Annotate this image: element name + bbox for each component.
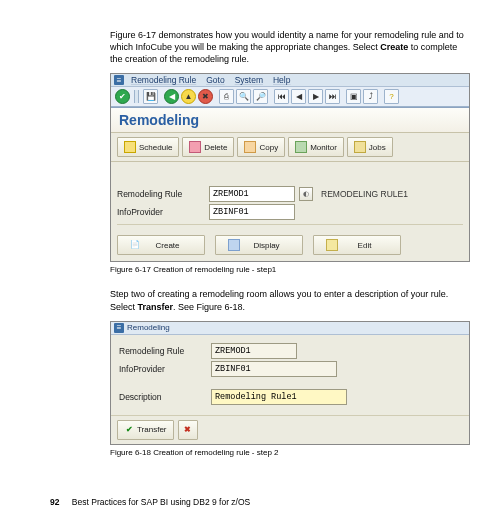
jobs-icon — [354, 141, 366, 153]
toolbar-group-1: 💾 — [143, 89, 158, 104]
menu-help[interactable]: Help — [273, 75, 290, 85]
calendar-icon — [124, 141, 136, 153]
prev-page-icon[interactable]: ◀ — [291, 89, 306, 104]
row2-remodeling-rule: Remodeling Rule ZREMOD1 — [119, 343, 461, 359]
jobs-label: Jobs — [369, 143, 386, 152]
input2-remodeling-rule: ZREMOD1 — [211, 343, 297, 359]
para1-bold: Create — [380, 42, 408, 52]
heading-text: Remodeling — [119, 112, 199, 128]
sap-menubar: Remodeling Rule Goto System Help — [127, 75, 290, 85]
figure-6-18-caption: Figure 6-18 Creation of remodeling rule … — [110, 448, 470, 457]
delete-label: Delete — [204, 143, 227, 152]
create-button[interactable]: 📄Create — [117, 235, 205, 255]
sap-form-body-1: Remodeling Rule ZREMOD1 ◐ REMODELING RUL… — [111, 162, 469, 261]
toolbar-group-4: ⏮ ◀ ▶ ⏭ — [274, 89, 340, 104]
copy-label: Copy — [259, 143, 278, 152]
sap-toolbar: ✔ 💾 ◀ ▲ ✖ ⎙ 🔍 🔎 ⏮ — [111, 87, 469, 107]
rule-trail-text: REMODELING RULE1 — [321, 189, 408, 199]
glasses-icon — [228, 239, 240, 251]
toolbar-group-5: ▣ ⤴ — [346, 89, 378, 104]
display-button[interactable]: Display — [215, 235, 303, 255]
toolbar-group-2: ◀ ▲ ✖ — [164, 89, 213, 104]
transfer-button-row: ✔Transfer ✖ — [111, 415, 469, 444]
copy-button[interactable]: Copy — [237, 137, 285, 157]
row2-infoprovider: InfoProvider ZBINF01 — [119, 361, 461, 377]
monitor-icon — [295, 141, 307, 153]
pencil-icon — [326, 239, 338, 251]
back-icon[interactable]: ◀ — [164, 89, 179, 104]
page-footer: 92 Best Practices for SAP BI using DB2 9… — [50, 497, 470, 507]
toolbar-sep — [134, 90, 139, 103]
transfer-button[interactable]: ✔Transfer — [117, 420, 174, 440]
dialog-title: Remodeling — [127, 323, 170, 332]
form-divider — [117, 224, 463, 225]
input-infoprovider[interactable]: ZBINF01 — [209, 204, 295, 220]
row-infoprovider: InfoProvider ZBINF01 — [117, 204, 463, 220]
save-icon[interactable]: 💾 — [143, 89, 158, 104]
row-remodeling-rule: Remodeling Rule ZREMOD1 ◐ REMODELING RUL… — [117, 186, 463, 202]
copy-icon — [244, 141, 256, 153]
last-page-icon[interactable]: ⏭ — [325, 89, 340, 104]
monitor-label: Monitor — [310, 143, 337, 152]
transfer-label: Transfer — [137, 425, 167, 434]
figure-6-17-caption: Figure 6-17 Creation of remodeling rule … — [110, 265, 470, 274]
first-page-icon[interactable]: ⏮ — [274, 89, 289, 104]
schedule-label: Schedule — [139, 143, 172, 152]
label2-infoprovider: InfoProvider — [119, 364, 207, 374]
new-session-icon[interactable]: ▣ — [346, 89, 361, 104]
shortcut-icon[interactable]: ⤴ — [363, 89, 378, 104]
toolbar-group-3: ⎙ 🔍 🔎 — [219, 89, 268, 104]
display-label: Display — [253, 241, 279, 250]
menu-remodeling-rule[interactable]: Remodeling Rule — [131, 75, 196, 85]
check-icon: ✔ — [124, 425, 134, 435]
cancel-button[interactable]: ✖ — [178, 420, 198, 440]
para2-bold: Transfer — [138, 302, 174, 312]
print-icon[interactable]: ⎙ — [219, 89, 234, 104]
edit-label: Edit — [358, 241, 372, 250]
schedule-button[interactable]: Schedule — [117, 137, 179, 157]
para2-post: . See Figure 6-18. — [173, 302, 245, 312]
label-infoprovider: InfoProvider — [117, 207, 205, 217]
figure-6-17: ≡ Remodeling Rule Goto System Help ✔ 💾 ◀… — [110, 73, 470, 262]
label2-description: Description — [119, 392, 207, 402]
input2-infoprovider: ZBINF01 — [211, 361, 337, 377]
cancel-icon[interactable]: ✖ — [198, 89, 213, 104]
paragraph-intro-1: Figure 6-17 demonstrates how you would i… — [110, 29, 470, 65]
trash-icon — [189, 141, 201, 153]
monitor-button[interactable]: Monitor — [288, 137, 344, 157]
page: Figure 6-17 demonstrates how you would i… — [0, 0, 500, 522]
window-sys-icon[interactable]: ≡ — [114, 75, 124, 85]
find-next-icon[interactable]: 🔎 — [253, 89, 268, 104]
label2-remodeling-rule: Remodeling Rule — [119, 346, 207, 356]
x-icon: ✖ — [183, 425, 193, 435]
create-label: Create — [155, 241, 179, 250]
sap-button-row: Schedule Delete Copy Monitor Jobs — [111, 133, 469, 162]
paragraph-intro-2: Step two of creating a remodeling room a… — [110, 288, 470, 312]
sap-window-top: ≡ Remodeling Rule Goto System Help ✔ 💾 ◀… — [111, 74, 469, 108]
input2-description[interactable]: Remodeling Rule1 — [211, 389, 347, 405]
delete-button[interactable]: Delete — [182, 137, 234, 157]
next-page-icon[interactable]: ▶ — [308, 89, 323, 104]
label-remodeling-rule: Remodeling Rule — [117, 189, 205, 199]
create-icon: 📄 — [130, 240, 140, 250]
figure-6-18: ≡ Remodeling Remodeling Rule ZREMOD1 Inf… — [110, 321, 470, 445]
jobs-button[interactable]: Jobs — [347, 137, 393, 157]
exit-icon[interactable]: ▲ — [181, 89, 196, 104]
help-icon[interactable]: ? — [384, 89, 399, 104]
page-number: 92 — [50, 497, 59, 507]
edit-button[interactable]: Edit — [313, 235, 401, 255]
action-button-row: 📄Create Display Edit — [117, 231, 463, 255]
find-icon[interactable]: 🔍 — [236, 89, 251, 104]
f4-help-icon[interactable]: ◐ — [299, 187, 313, 201]
input-remodeling-rule[interactable]: ZREMOD1 — [209, 186, 295, 202]
menu-goto[interactable]: Goto — [206, 75, 224, 85]
ok-icon[interactable]: ✔ — [115, 89, 130, 104]
row2-description: Description Remodeling Rule1 — [119, 389, 461, 405]
sap-form-body-2: Remodeling Rule ZREMOD1 InfoProvider ZBI… — [111, 335, 469, 415]
sap-heading: Remodeling — [111, 108, 469, 133]
dialog-sys-icon[interactable]: ≡ — [114, 323, 124, 333]
menu-system[interactable]: System — [235, 75, 263, 85]
sap-titlebar: ≡ Remodeling Rule Goto System Help — [111, 74, 469, 87]
book-title: Best Practices for SAP BI using DB2 9 fo… — [72, 497, 250, 507]
dialog-titlebar: ≡ Remodeling — [111, 322, 469, 335]
